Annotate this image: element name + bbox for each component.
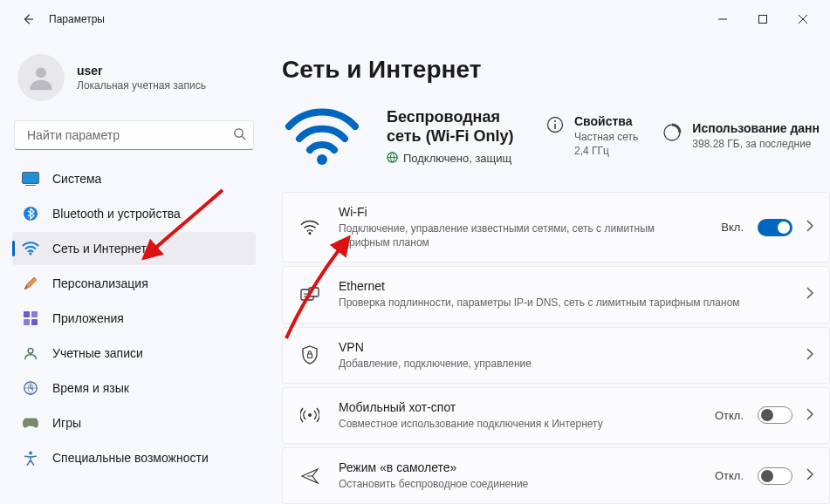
chevron-right-icon [806, 348, 813, 363]
card-sub: Остановить беспроводное соединение [339, 477, 697, 491]
sidebar-item-label: Bluetooth и устройства [52, 207, 181, 221]
card-wifi[interactable]: Wi-Fi Подключение, управление известными… [282, 192, 830, 262]
sidebar-item-bluetooth[interactable]: Bluetooth и устройства [12, 197, 256, 230]
chevron-right-icon [806, 408, 813, 423]
system-icon [21, 169, 40, 188]
search-field[interactable] [14, 120, 254, 150]
big-wifi-icon [282, 105, 362, 167]
data-usage-block[interactable]: Использование данн 398.28 ГБ, за последн… [662, 121, 820, 152]
network-status-row: Беспроводная сеть (Wi-Fi Only) Подключен… [282, 105, 830, 167]
search-icon [233, 127, 246, 143]
shield-icon [298, 344, 321, 366]
apps-icon [21, 309, 40, 328]
maximize-button[interactable] [743, 5, 783, 33]
accessibility-icon [21, 448, 40, 467]
svg-rect-20 [309, 288, 319, 296]
user-block[interactable]: user Локальная учетная запись [12, 38, 256, 119]
properties-block[interactable]: Свойства Частная сеть 2,4 ГГц [546, 114, 638, 158]
svg-point-22 [308, 413, 312, 417]
user-name: user [77, 64, 206, 78]
card-vpn[interactable]: VPN Добавление, подключение, управление [282, 327, 830, 384]
properties-sub: Частная сеть 2,4 ГГц [574, 131, 638, 158]
sidebar-item-gaming[interactable]: Игры [12, 406, 256, 439]
sidebar-item-label: Система [52, 172, 101, 186]
minimize-icon [718, 15, 727, 24]
minimize-button[interactable] [703, 5, 743, 33]
data-usage-icon [662, 123, 682, 145]
airplane-state-label: Откл. [715, 469, 744, 482]
svg-point-12 [29, 452, 32, 455]
network-name-line2: сеть (Wi-Fi Only) [387, 127, 514, 145]
sidebar-item-system[interactable]: Система [12, 162, 256, 195]
svg-rect-6 [24, 311, 30, 317]
svg-rect-7 [31, 311, 38, 317]
svg-rect-3 [23, 173, 39, 184]
card-title: VPN [339, 340, 789, 354]
card-sub: Проверка подлинности, параметры IP-и DNS… [339, 296, 789, 310]
hotspot-toggle[interactable] [758, 406, 792, 424]
sidebar-item-network[interactable]: Сеть и Интернет [12, 232, 256, 265]
close-button[interactable] [783, 5, 823, 33]
sidebar-item-label: Персонализация [52, 276, 148, 290]
network-name-block[interactable]: Беспроводная сеть (Wi-Fi Only) Подключен… [387, 107, 522, 166]
svg-point-2 [235, 129, 243, 137]
sidebar-item-accessibility[interactable]: Специальные возможности [12, 441, 256, 474]
gamepad-icon [21, 413, 40, 432]
sidebar-item-label: Учетные записи [52, 346, 143, 360]
card-hotspot[interactable]: Мобильный хот-спот Совместное использова… [282, 387, 830, 444]
bluetooth-icon [21, 204, 40, 223]
user-subtitle: Локальная учетная запись [77, 79, 206, 92]
hotspot-state-label: Откл. [715, 409, 744, 422]
card-title: Wi-Fi [339, 205, 703, 219]
network-status: Подключено, защищ [403, 152, 511, 165]
sidebar: user Локальная учетная запись Система [0, 38, 266, 504]
svg-point-1 [36, 67, 46, 78]
sidebar-item-label: Игры [52, 416, 81, 430]
card-sub: Совместное использование подключения к И… [339, 417, 697, 431]
airplane-icon [298, 465, 321, 487]
person-icon [26, 63, 56, 92]
wifi-toggle[interactable] [758, 219, 792, 236]
window-title: Параметры [49, 13, 105, 25]
sidebar-item-accounts[interactable]: Учетные записи [12, 337, 256, 370]
svg-rect-0 [759, 16, 767, 24]
card-title: Ethernet [339, 279, 789, 293]
svg-point-16 [554, 120, 556, 122]
back-button[interactable] [14, 5, 42, 33]
chevron-right-icon [806, 220, 813, 235]
svg-rect-8 [24, 319, 30, 325]
card-airplane[interactable]: Режим «в самолете» Остановить беспроводн… [282, 447, 830, 504]
sidebar-item-apps[interactable]: Приложения [12, 302, 256, 335]
card-ethernet[interactable]: Ethernet Проверка подлинности, параметры… [282, 266, 830, 323]
globe-icon [387, 152, 398, 166]
svg-point-5 [29, 252, 31, 255]
svg-point-10 [28, 348, 33, 353]
airplane-toggle[interactable] [758, 467, 792, 485]
avatar [17, 54, 65, 101]
data-usage-title: Использование данн [692, 121, 820, 135]
sidebar-item-label: Время и язык [52, 381, 129, 395]
sidebar-item-personalization[interactable]: Персонализация [12, 267, 256, 300]
chevron-right-icon [806, 287, 813, 302]
page-title: Сеть и Интернет [282, 56, 830, 84]
svg-point-13 [317, 154, 327, 165]
chevron-right-icon [806, 468, 813, 483]
svg-rect-21 [308, 354, 312, 358]
maximize-icon [758, 15, 767, 24]
info-icon [546, 116, 564, 136]
arrow-left-icon [22, 13, 34, 25]
ethernet-icon [298, 283, 321, 306]
sidebar-item-label: Специальные возможности [52, 451, 209, 465]
data-usage-sub: 398.28 ГБ, за последние [692, 138, 820, 152]
card-sub: Подключение, управление известными сетям… [339, 221, 703, 249]
sidebar-item-time[interactable]: Время и язык [12, 371, 256, 405]
card-sub: Добавление, подключение, управление [339, 357, 789, 371]
hotspot-icon [298, 404, 321, 426]
clock-globe-icon [21, 378, 40, 398]
close-icon [799, 15, 807, 24]
card-title: Режим «в самолете» [339, 460, 697, 474]
brush-icon [21, 274, 40, 293]
search-input[interactable] [25, 127, 233, 143]
sidebar-item-label: Сеть и Интернет [52, 242, 147, 255]
svg-rect-9 [31, 319, 38, 325]
